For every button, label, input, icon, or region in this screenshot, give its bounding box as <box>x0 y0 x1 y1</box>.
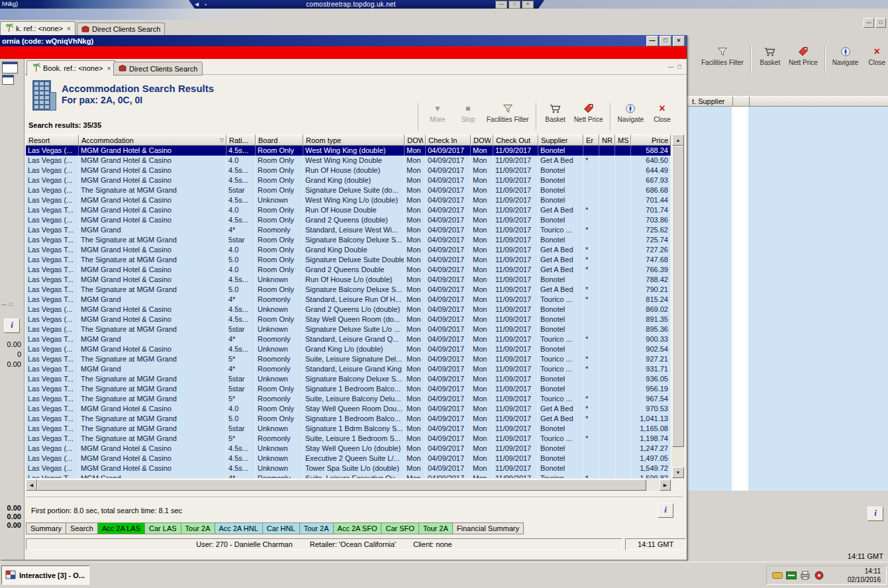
table-row[interactable]: Las Vegas (...The Signature at MGM Grand… <box>26 324 671 334</box>
browser-minimize-button[interactable]: — <box>495 1 507 9</box>
table-row[interactable]: Las Vegas (...MGM Grand Hotel & Casino4.… <box>26 315 671 324</box>
facilities-filter-button[interactable]: Facilities Filter <box>483 101 532 124</box>
table-row[interactable]: Las Vegas (...MGM Grand Hotel & Casino4.… <box>26 166 671 175</box>
table-row[interactable]: Las Vegas (...MGM Grand Hotel & Casino4.… <box>26 464 671 473</box>
column-header-price[interactable]: Price <box>631 134 671 146</box>
tab-close-icon[interactable]: × <box>67 25 71 32</box>
table-row[interactable]: Las Vegas (...MGM Grand Hotel & Casino4.… <box>26 146 671 156</box>
facilities-filter-button[interactable]: Facilities Filter <box>698 44 747 67</box>
dialog-titlebar[interactable]: ornia (code: wQniqVhNkg) — □ × <box>0 35 687 46</box>
column-header-supplier[interactable]: Supplier <box>538 134 583 146</box>
bottom-tab-summary[interactable]: Summary <box>26 522 66 534</box>
background-column-header[interactable]: t. Supplier <box>687 96 888 107</box>
tab-book-ref[interactable]: Book. ref.: <none> × <box>26 60 116 76</box>
table-row[interactable]: Las Vegas (...MGM Grand Hotel & Casino4.… <box>26 454 671 464</box>
table-row[interactable]: Las Vegas T...The Signature at MGM Grand… <box>26 354 671 364</box>
nett-price-button[interactable]: Nett Price <box>571 101 607 124</box>
bottom-tab-acc-2a-las[interactable]: Acc 2A LAS <box>97 522 145 534</box>
bottom-tab-car-las[interactable]: Car LAS <box>144 522 181 534</box>
table-row[interactable]: Las Vegas T...The Signature at MGM Grand… <box>26 434 671 444</box>
mini-window-icon[interactable] <box>2 62 18 74</box>
bottom-tab-tour-2a[interactable]: Tour 2A <box>299 522 334 534</box>
panel-restore-icon[interactable]: □ <box>9 301 13 307</box>
vertical-scrollbar[interactable]: ▲ ▼ <box>672 134 684 478</box>
column-header-er[interactable]: Er <box>583 134 599 146</box>
dialog-maximize-button[interactable]: □ <box>660 36 671 46</box>
table-row[interactable]: Las Vegas T...MGM Grand4*RoomonlySuite, … <box>26 473 671 478</box>
tray-keyboard-icon[interactable] <box>772 570 783 581</box>
bottom-tab-tour-2a[interactable]: Tour 2A <box>181 522 215 534</box>
column-header-resort[interactable]: Resort <box>26 134 79 146</box>
navigate-button[interactable]: Navigate <box>615 101 647 124</box>
bottom-tab-acc-2a-hnl[interactable]: Acc 2A HNL <box>215 522 263 534</box>
tray-language-icon[interactable] <box>786 570 797 581</box>
tray-status-icon[interactable] <box>814 570 824 581</box>
table-row[interactable]: Las Vegas T...The Signature at MGM Grand… <box>26 374 671 384</box>
dialog-minimize-button[interactable]: — <box>646 36 658 46</box>
column-header-rati[interactable]: Rati... <box>226 134 256 146</box>
dialog-close-button[interactable]: × <box>673 36 685 46</box>
table-row[interactable]: Las Vegas (...MGM Grand Hotel & Casino4.… <box>26 195 671 205</box>
column-header-accommodation[interactable]: Accommodation▽ <box>79 134 226 146</box>
mini-window-icon[interactable] <box>2 75 14 85</box>
table-row[interactable]: Las Vegas T...MGM Grand4*RoomonlyStandar… <box>26 334 671 344</box>
tray-printer-icon[interactable] <box>800 570 811 581</box>
table-row[interactable]: Las Vegas (...MGM Grand Hotel & Casino4.… <box>26 344 671 354</box>
table-row[interactable]: Las Vegas T...MGM Grand Hotel & Casino4.… <box>26 275 671 285</box>
column-header-board[interactable]: Board <box>256 134 303 146</box>
info-button[interactable]: i <box>867 507 883 521</box>
scroll-up-icon[interactable]: ▲ <box>672 134 684 146</box>
navigate-button[interactable]: Navigate <box>829 44 862 67</box>
more-button[interactable]: ▼ More <box>422 101 453 124</box>
table-row[interactable]: Las Vegas (...MGM Grand Hotel & Casino4.… <box>26 444 671 454</box>
table-row[interactable]: Las Vegas T...MGM Grand Hotel & Casino4.… <box>26 245 671 255</box>
tab-close-icon[interactable]: × <box>107 65 111 72</box>
browser-close-button[interactable]: × <box>522 1 534 9</box>
column-header-ms[interactable]: MS <box>615 134 631 146</box>
bottom-tab-search[interactable]: Search <box>66 522 98 534</box>
browser-maximize-button[interactable]: □ <box>509 1 520 9</box>
basket-button[interactable]: Basket <box>755 44 785 67</box>
column-header-nr[interactable]: NR <box>599 134 615 146</box>
column-header-room-type[interactable]: Room type <box>303 134 405 146</box>
table-row[interactable]: Las Vegas (...MGM Grand Hotel & Casino4.… <box>26 305 671 315</box>
panel-minimize-icon[interactable]: — <box>1 301 7 307</box>
scroll-left-icon[interactable]: ◀ <box>26 479 37 491</box>
bottom-tab-car-hnl[interactable]: Car HNL <box>262 522 300 534</box>
table-row[interactable]: Las Vegas T...The Signature at MGM Grand… <box>26 394 671 404</box>
stop-button[interactable]: ■ Stop <box>453 101 483 124</box>
column-header-dow[interactable]: DOW <box>471 134 493 146</box>
table-row[interactable]: Las Vegas T...The Signature at MGM Grand… <box>26 255 671 265</box>
scroll-down-icon[interactable]: ▼ <box>672 467 684 478</box>
background-tab-direct-clients[interactable]: Direct Clients Search <box>77 23 165 35</box>
column-header-dow[interactable]: DOW <box>405 134 426 146</box>
basket-button[interactable]: Basket <box>540 101 571 124</box>
table-row[interactable]: Las Vegas T...The Signature at MGM Grand… <box>26 235 671 245</box>
table-row[interactable]: Las Vegas T...MGM Grand Hotel & Casino4.… <box>26 205 671 215</box>
mdi-restore-button[interactable]: □ <box>875 18 886 28</box>
horizontal-scrollbar[interactable]: ◀ ▶ <box>26 479 671 491</box>
table-row[interactable]: Las Vegas T...The Signature at MGM Grand… <box>26 285 671 295</box>
nett-price-button[interactable]: Nett Price <box>785 44 821 67</box>
table-row[interactable]: Las Vegas T...MGM Grand Hotel & Casino4.… <box>26 404 671 414</box>
close-button[interactable]: × Close <box>647 101 677 124</box>
tab-direct-clients-search[interactable]: Direct Clients Search <box>113 62 203 75</box>
panel-restore-icon[interactable]: □ <box>678 64 681 70</box>
bottom-tab-car-sfo[interactable]: Car SFO <box>381 522 419 534</box>
table-row[interactable]: Las Vegas (...MGM Grand Hotel & Casino4.… <box>26 156 671 166</box>
table-row[interactable]: Las Vegas T...The Signature at MGM Grand… <box>26 414 671 424</box>
close-button[interactable]: × Close <box>862 44 888 67</box>
info-button[interactable]: i <box>658 503 673 518</box>
bottom-tab-acc-2a-sfo[interactable]: Acc 2A SFO <box>333 522 382 534</box>
background-tab-book-ref[interactable]: k. ref.: <none> × <box>0 21 75 35</box>
table-row[interactable]: Las Vegas T...MGM Grand4*RoomonlyStandar… <box>26 225 671 235</box>
column-header-check-out[interactable]: Check Out <box>493 134 538 146</box>
table-row[interactable]: Las Vegas (...MGM Grand Hotel & Casino4.… <box>26 215 671 225</box>
horizontal-scroll-thumb[interactable] <box>37 479 646 491</box>
table-row[interactable]: Las Vegas T...MGM Grand4*RoomonlyStandar… <box>26 295 671 305</box>
back-icon[interactable]: ◀ <box>195 0 199 9</box>
table-row[interactable]: Las Vegas (...The Signature at MGM Grand… <box>26 185 671 195</box>
column-header-check-in[interactable]: Check In <box>426 134 471 146</box>
taskbar-task-button[interactable]: Interactive [3] - O... <box>1 565 89 585</box>
vertical-scroll-thumb[interactable] <box>672 146 684 447</box>
